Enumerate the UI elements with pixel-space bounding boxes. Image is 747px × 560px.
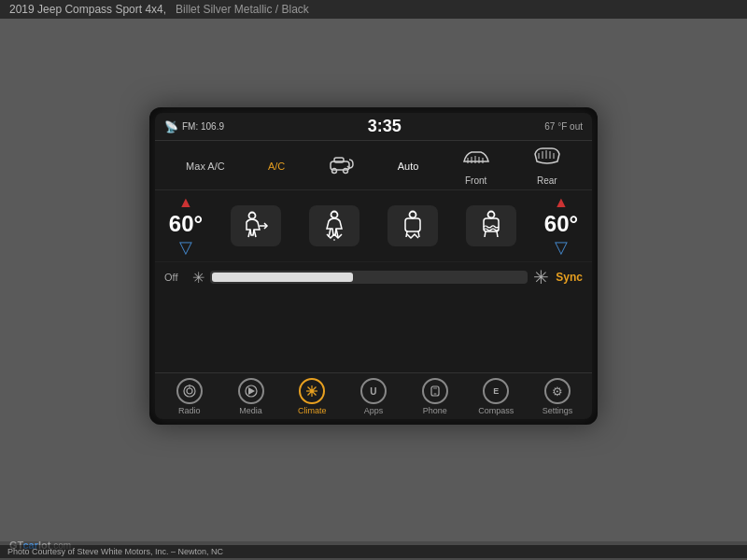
status-bar: 📡 FM: 106.9 3:35 67 °F out [155, 113, 592, 141]
settings-nav-icon: ⚙ [544, 378, 571, 404]
svg-line-15 [248, 230, 250, 237]
seat-heat-button[interactable] [466, 205, 516, 246]
right-temp-control: ▲ 60° ▽ [538, 194, 585, 258]
page-header: 2019 Jeep Compass Sport 4x4, Billet Silv… [0, 0, 747, 19]
climate-area: Max A/C A/C [155, 141, 592, 372]
phone-nav-label: Phone [423, 406, 447, 415]
svg-point-18 [331, 212, 338, 218]
nav-settings[interactable]: ⚙ Settings [537, 378, 578, 415]
settings-nav-label: Settings [543, 406, 573, 415]
left-temp-down-button[interactable]: ▽ [179, 237, 192, 258]
infotainment-screen: 📡 FM: 106.9 3:35 67 °F out Max A/C A/C [155, 113, 592, 419]
sync-button[interactable]: Sync [555, 271, 583, 284]
top-controls-row: Max A/C A/C [155, 141, 592, 190]
compass-nav-label: Compass [478, 406, 514, 415]
max-ac-button[interactable]: Max A/C [186, 161, 225, 172]
right-temp-down-button[interactable]: ▽ [555, 237, 568, 258]
color-trim: Billet Silver Metallic / Black [176, 3, 309, 16]
right-temp-up-button[interactable]: ▲ [554, 194, 569, 211]
rear-defrost-button[interactable]: Rear [533, 147, 561, 186]
recirc-icon [329, 154, 355, 179]
ac-button[interactable]: A/C [268, 161, 285, 172]
media-nav-icon [238, 378, 264, 404]
nav-radio[interactable]: Radio [169, 378, 210, 415]
radio-info: 📡 FM: 106.9 [164, 120, 224, 133]
nav-phone[interactable]: Phone [415, 378, 456, 415]
svg-line-25 [418, 231, 419, 237]
seat-airflow-3-button[interactable] [388, 205, 438, 246]
nav-apps[interactable]: U Apps [353, 378, 394, 415]
radio-icon: 📡 [164, 120, 178, 133]
right-temp-display: 60° [544, 211, 578, 237]
climate-nav-icon [299, 378, 325, 404]
svg-line-29 [497, 231, 498, 237]
screen-bezel: 📡 FM: 106.9 3:35 67 °F out Max A/C A/C [149, 107, 598, 425]
fan-speed-row: Off ✳ ✳ Sync [155, 261, 592, 292]
fan-speed-slider[interactable] [210, 271, 528, 284]
photo-credit: Photo Courtesy of Steve White Motors, In… [0, 545, 747, 558]
auto-button[interactable]: Auto [398, 161, 419, 172]
auto-label: Auto [398, 161, 419, 172]
apps-nav-icon: U [360, 378, 387, 404]
page-title: 2019 Jeep Compass Sport 4x4, [9, 3, 166, 16]
svg-point-14 [249, 213, 256, 219]
ac-label: A/C [268, 161, 285, 172]
seat-airflow-1-button[interactable] [231, 205, 281, 246]
phone-nav-icon [422, 378, 448, 404]
left-temp-display: 60° [169, 211, 203, 237]
radio-nav-icon [176, 378, 203, 404]
svg-point-31 [187, 388, 192, 394]
svg-line-24 [406, 231, 407, 237]
compass-nav-icon: E [483, 378, 509, 404]
svg-point-38 [310, 389, 314, 393]
rear-label: Rear [537, 175, 557, 186]
svg-point-2 [331, 168, 336, 173]
middle-row: ▲ 60° ▽ [155, 190, 592, 261]
media-nav-label: Media [239, 406, 262, 415]
svg-rect-23 [405, 218, 420, 231]
nav-compass[interactable]: E Compass [475, 378, 516, 415]
svg-line-16 [254, 230, 256, 237]
svg-rect-1 [334, 158, 344, 162]
radio-nav-label: Radio [178, 406, 201, 415]
svg-point-26 [488, 212, 495, 218]
max-ac-label: Max A/C [186, 161, 225, 172]
left-temp-up-button[interactable]: ▲ [178, 194, 193, 211]
front-label: Front [465, 175, 486, 186]
climate-nav-label: Climate [298, 406, 327, 415]
seat-controls [213, 205, 534, 246]
rear-icon [533, 147, 561, 174]
fan-off-label[interactable]: Off [164, 272, 187, 283]
bottom-nav: Radio Media [155, 372, 592, 419]
front-defrost-button[interactable]: Front [462, 147, 490, 186]
radio-frequency: FM: 106.9 [182, 121, 224, 132]
left-temp-control: ▲ 60° ▽ [162, 194, 209, 258]
front-icon [462, 147, 490, 174]
nav-media[interactable]: Media [231, 378, 272, 415]
svg-rect-41 [433, 394, 436, 395]
fan-speed-fill [212, 273, 353, 282]
dashboard-surround: 📡 FM: 106.9 3:35 67 °F out Max A/C A/C [0, 19, 747, 541]
nav-climate[interactable]: Climate [291, 378, 332, 415]
clock-display: 3:35 [368, 117, 402, 136]
svg-line-28 [485, 231, 486, 237]
fan-low-icon: ✳ [192, 269, 204, 287]
outside-temp: 67 °F out [544, 121, 583, 132]
svg-point-22 [410, 212, 416, 218]
recirculate-button[interactable] [329, 154, 355, 179]
seat-airflow-2-button[interactable] [309, 205, 359, 246]
fan-high-icon: ✳ [533, 266, 549, 288]
apps-nav-label: Apps [364, 406, 384, 415]
